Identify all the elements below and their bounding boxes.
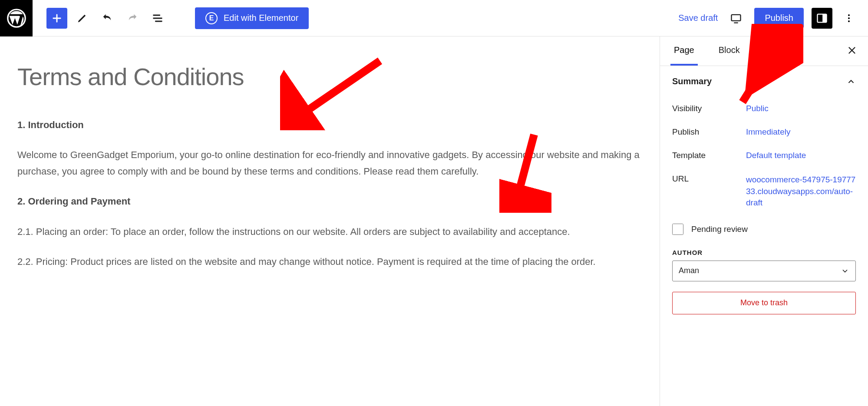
undo-icon: [101, 12, 113, 24]
wordpress-logo[interactable]: [0, 0, 33, 36]
toolbar-left-group: E Edit with Elementor: [33, 7, 309, 29]
author-select[interactable]: Aman: [672, 261, 856, 281]
document-overview-button[interactable]: [147, 8, 168, 29]
publish-date-value[interactable]: Immediately: [746, 127, 790, 136]
publish-button[interactable]: Publish: [754, 8, 804, 28]
redo-button[interactable]: [122, 8, 143, 29]
tools-button[interactable]: [72, 8, 92, 29]
toolbar-right-group: Save draft Publish: [678, 8, 868, 29]
publish-date-label: Publish: [672, 127, 746, 137]
list-view-icon: [152, 12, 164, 24]
tab-page[interactable]: Page: [670, 36, 698, 66]
sidebar-tabs: Page Block: [660, 36, 868, 66]
visibility-row: Visibility Public: [672, 97, 856, 120]
sidebar-icon: [816, 12, 828, 24]
plus-icon: [51, 12, 63, 24]
publish-row: Publish Immediately: [672, 120, 856, 144]
preview-button[interactable]: [726, 8, 746, 29]
pending-review-checkbox[interactable]: [672, 224, 683, 235]
close-icon: [846, 45, 858, 56]
url-value[interactable]: woocommerce-547975-1977733.cloudwaysapps…: [746, 175, 855, 207]
wordpress-icon: [7, 9, 26, 28]
settings-sidebar: Page Block Summary Visibility Public Pub…: [660, 36, 868, 406]
pencil-icon: [76, 12, 88, 24]
pending-review-row[interactable]: Pending review: [672, 216, 856, 243]
content-block[interactable]: 2. Ordering and Payment: [17, 193, 642, 209]
author-value: Aman: [679, 266, 699, 275]
template-label: Template: [672, 151, 746, 160]
tab-block[interactable]: Block: [715, 36, 743, 66]
svg-point-6: [848, 20, 850, 22]
save-draft-button[interactable]: Save draft: [678, 13, 718, 23]
elementor-label: Edit with Elementor: [224, 13, 298, 23]
editor-top-bar: E Edit with Elementor Save draft Publish: [0, 0, 868, 36]
summary-panel-body: Visibility Public Publish Immediately Te…: [660, 97, 868, 323]
add-block-button[interactable]: [46, 8, 67, 29]
move-to-trash-button[interactable]: Move to trash: [672, 292, 856, 314]
settings-sidebar-toggle[interactable]: [812, 8, 832, 29]
close-sidebar-button[interactable]: [846, 45, 858, 58]
chevron-up-icon: [846, 77, 856, 86]
desktop-icon: [730, 12, 742, 24]
template-value[interactable]: Default template: [746, 151, 806, 160]
url-row: URL woocommerce-547975-1977733.cloudways…: [672, 167, 856, 216]
elementor-icon: E: [205, 12, 218, 24]
redo-icon: [126, 12, 139, 24]
page-content[interactable]: 1. Introduction Welcome to GreenGadget E…: [17, 117, 642, 270]
content-block[interactable]: 2.2. Pricing: Product prices are listed …: [17, 254, 642, 270]
pending-review-label: Pending review: [691, 224, 748, 234]
options-button[interactable]: [840, 8, 858, 29]
page-title[interactable]: Terms and Conditions: [17, 63, 642, 91]
svg-rect-3: [822, 14, 826, 22]
summary-panel-header[interactable]: Summary: [660, 66, 868, 97]
svg-rect-1: [732, 14, 741, 20]
summary-label: Summary: [672, 76, 712, 86]
visibility-label: Visibility: [672, 104, 746, 113]
template-row: Template Default template: [672, 144, 856, 167]
editor-canvas[interactable]: Terms and Conditions 1. Introduction Wel…: [0, 36, 660, 406]
content-block[interactable]: 2.1. Placing an order: To place an order…: [17, 224, 642, 240]
more-vertical-icon: [844, 13, 854, 23]
url-label: URL: [672, 174, 746, 209]
svg-point-5: [848, 17, 850, 19]
content-block[interactable]: 1. Introduction: [17, 117, 642, 133]
undo-button[interactable]: [97, 8, 118, 29]
edit-with-elementor-button[interactable]: E Edit with Elementor: [195, 7, 309, 29]
author-section-label: AUTHOR: [672, 243, 856, 261]
content-block[interactable]: Welcome to GreenGadget Emporium, your go…: [17, 147, 642, 179]
visibility-value[interactable]: Public: [746, 104, 769, 113]
chevron-down-icon: [841, 267, 849, 275]
svg-point-4: [848, 14, 850, 16]
